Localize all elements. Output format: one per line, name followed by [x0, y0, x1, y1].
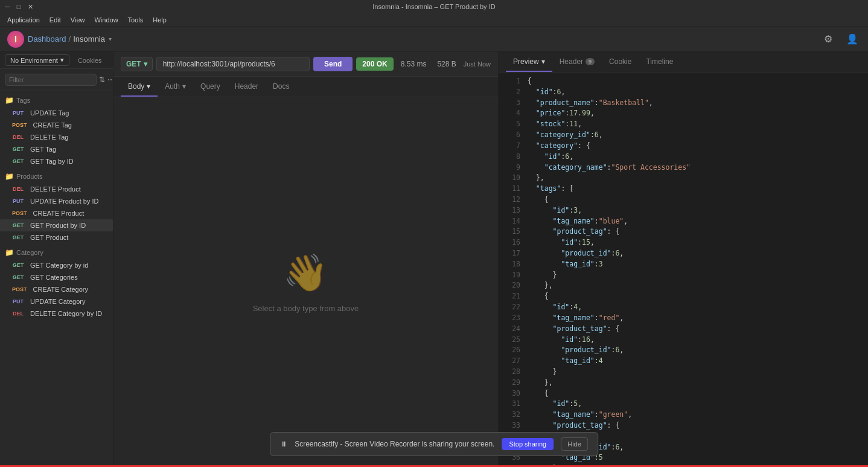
json-line: 30 {	[499, 388, 868, 399]
method-del-badge: DEL	[10, 185, 27, 193]
environment-selector[interactable]: No Environment ▾	[5, 54, 69, 66]
hide-button[interactable]: Hide	[561, 437, 588, 451]
maximize-icon[interactable]: □	[17, 3, 21, 11]
tab-preview[interactable]: Preview ▾	[506, 53, 552, 72]
json-line: 27 "tag_id": 4	[499, 356, 868, 367]
menu-edit[interactable]: Edit	[45, 15, 66, 25]
method-get-badge: GET	[10, 262, 27, 269]
method-get-badge: GET	[10, 274, 27, 281]
json-line: 12 {	[499, 195, 868, 205]
tab-auth-label: Auth	[165, 82, 180, 91]
filter-input[interactable]	[5, 74, 97, 86]
send-button[interactable]: Send	[313, 57, 353, 71]
sidebar-item-delete-category-by-id[interactable]: DEL DELETE Category by ID	[0, 308, 113, 320]
cookies-button[interactable]: Cookies	[74, 56, 106, 65]
menu-window[interactable]: Window	[89, 15, 123, 25]
folder-icon: 📁	[5, 172, 14, 181]
json-line: 19 }	[499, 270, 868, 281]
json-line: 21 {	[499, 291, 868, 302]
json-line: 7 "category": {	[499, 141, 868, 152]
sidebar-item-create-product[interactable]: POST CREATE Product	[0, 207, 113, 219]
url-bar: GET ▾ Send 200 OK 8.53 ms 528 B Just Now	[113, 52, 498, 77]
sidebar-item-delete-tag[interactable]: DEL DELETE Tag	[0, 131, 113, 143]
env-dropdown-icon: ▾	[60, 56, 64, 64]
sidebar-item-get-categories[interactable]: GET GET Categories	[0, 271, 113, 283]
tab-header[interactable]: Header	[228, 77, 266, 97]
app-bar: I Dashboard / Insomnia ▾ ⚙ 👤	[0, 27, 868, 52]
timestamp-badge: Just Now	[464, 60, 491, 68]
tab-cookie[interactable]: Cookie	[602, 53, 639, 72]
add-button[interactable]: ⋯	[107, 72, 113, 87]
menu-tools[interactable]: Tools	[123, 15, 148, 25]
json-line: 1{	[499, 76, 868, 87]
method-selector[interactable]: GET ▾	[121, 57, 153, 71]
item-label: GET Tag by ID	[30, 158, 74, 165]
tab-preview-arrow: ▾	[541, 57, 545, 66]
method-put-badge: PUT	[10, 298, 27, 305]
sidebar-group-category[interactable]: 📁 Category	[0, 243, 113, 259]
method-put-badge: PUT	[10, 109, 27, 117]
sidebar-item-get-product[interactable]: GET GET Product	[0, 231, 113, 243]
folder-icon: 📁	[5, 248, 14, 257]
method-post-badge: POST	[10, 121, 30, 129]
menu-help[interactable]: Help	[148, 15, 171, 25]
breadcrumb-dashboard[interactable]: Dashboard	[28, 34, 66, 43]
sidebar-item-get-tag[interactable]: GET GET Tag	[0, 143, 113, 155]
response-tabs: Preview ▾ Header 9 Cookie Timeline	[499, 52, 868, 72]
json-line: 28 }	[499, 367, 868, 378]
json-line: 9 "category_name": "Sport Accessories"	[499, 163, 868, 173]
tab-response-header[interactable]: Header 9	[552, 53, 602, 72]
tab-auth[interactable]: Auth ▾	[158, 77, 193, 97]
tab-cookie-label: Cookie	[609, 57, 631, 66]
tab-timeline[interactable]: Timeline	[639, 53, 680, 72]
tab-body[interactable]: Body ▾	[121, 77, 158, 97]
close-icon[interactable]: ✕	[28, 3, 33, 11]
menu-view[interactable]: View	[66, 15, 90, 25]
sort-button[interactable]: ⇅	[99, 72, 105, 87]
url-input[interactable]	[156, 57, 310, 71]
json-line: 26 "product_id": 6,	[499, 345, 868, 356]
json-line: 2 "id": 6,	[499, 87, 868, 98]
method-get-badge: GET	[10, 234, 27, 241]
breadcrumb: Dashboard / Insomnia ▾	[28, 34, 112, 43]
item-label: GET Category by id	[30, 262, 88, 269]
sidebar-item-update-product[interactable]: PUT UPDATE Product by ID	[0, 195, 113, 207]
method-post-badge: POST	[10, 210, 30, 217]
sidebar-group-tags[interactable]: 📁 Tags	[0, 91, 113, 107]
settings-icon[interactable]: ⚙	[820, 31, 837, 48]
item-label: GET Product by ID	[30, 222, 86, 229]
sidebar-item-get-category-by-id[interactable]: GET GET Category by id	[0, 259, 113, 271]
sidebar-item-update-tag[interactable]: PUT UPDATE Tag	[0, 107, 113, 119]
tab-auth-arrow: ▾	[182, 82, 186, 91]
stop-sharing-button[interactable]: Stop sharing	[502, 438, 554, 450]
minimize-icon[interactable]: ─	[5, 3, 10, 11]
json-line: 32 "tag_name": "green",	[499, 410, 868, 420]
item-label: UPDATE Category	[30, 298, 86, 305]
tab-response-header-label: Header	[560, 57, 583, 66]
method-del-badge: DEL	[10, 134, 27, 141]
breadcrumb-dropdown-icon[interactable]: ▾	[109, 36, 112, 42]
json-line: 29 },	[499, 378, 868, 388]
method-dropdown-icon: ▾	[144, 60, 147, 68]
json-line: 6 "category_id": 6,	[499, 130, 868, 141]
tab-docs[interactable]: Docs	[266, 77, 296, 97]
wave-hand-icon: 👋	[283, 251, 328, 294]
user-icon[interactable]: 👤	[844, 31, 861, 48]
json-line: 18 "tag_id": 3	[499, 259, 868, 270]
sidebar-group-products[interactable]: 📁 Products	[0, 167, 113, 183]
body-placeholder: 👋 Select a body type from above	[113, 97, 498, 467]
sidebar-item-create-tag[interactable]: POST CREATE Tag	[0, 119, 113, 131]
sidebar-item-update-category[interactable]: PUT UPDATE Category	[0, 295, 113, 308]
tab-body-label: Body	[128, 82, 144, 91]
sidebar-item-create-category[interactable]: POST CREATE Category	[0, 283, 113, 295]
main-layout: No Environment ▾ Cookies ⇅ ⋯ 📁 Tags PUT …	[0, 52, 868, 467]
response-time: 8.53 ms	[397, 57, 430, 71]
tab-query[interactable]: Query	[193, 77, 228, 97]
sidebar-item-get-tag-by-id[interactable]: GET GET Tag by ID	[0, 155, 113, 167]
folder-icon: 📁	[5, 96, 14, 105]
json-line: 3 "product_name": "Basketball",	[499, 98, 868, 109]
menu-application[interactable]: Application	[2, 15, 45, 25]
sidebar-item-get-product-by-id[interactable]: GET GET Product by ID	[0, 219, 113, 231]
response-size: 528 B	[433, 57, 459, 71]
sidebar-item-delete-product[interactable]: DEL DELETE Product	[0, 183, 113, 195]
